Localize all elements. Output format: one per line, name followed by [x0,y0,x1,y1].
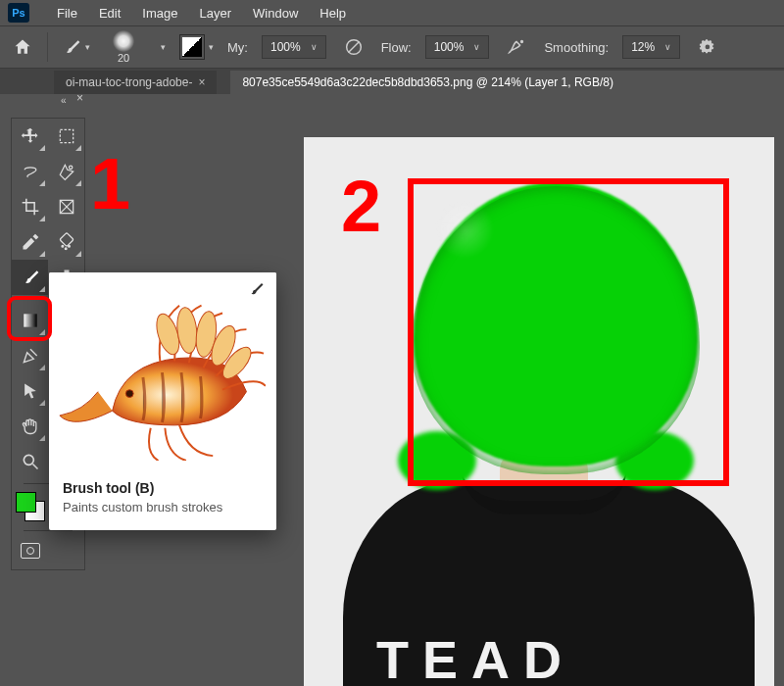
menu-help[interactable]: Help [319,6,346,21]
tooltip-preview [49,272,276,468]
chevron-down-icon: ▾ [209,42,214,52]
tooltip-desc: Paints custom brush strokes [63,500,263,514]
svg-point-6 [62,245,64,247]
lionfish-illustration [55,294,266,461]
smoothing-value[interactable]: 12% ∨ [622,35,680,59]
tab-label: oi-mau-toc-trong-adobe- [66,75,192,89]
flow-label: Flow: [381,40,412,55]
divider [47,32,48,62]
main-menu: File Edit Image Layer Window Help [57,6,346,21]
quick-mask-button[interactable] [12,534,48,567]
smoothing-text: 12% [631,40,655,54]
brush-tool[interactable] [12,260,48,295]
opacity-value[interactable]: 100% ∨ [262,35,326,59]
shirt-text: TEAD [376,629,575,686]
menu-image[interactable]: Image [142,6,177,21]
svg-point-10 [24,455,33,465]
tooltip-title: Brush tool (B) [63,480,263,496]
healing-tool[interactable] [48,224,84,260]
chevron-down-icon: ∨ [473,42,480,52]
mask-icon [21,543,40,559]
chevron-down-icon: ▾ [85,42,90,52]
opacity-label: My: [227,40,248,55]
svg-point-1 [521,41,523,43]
close-icon[interactable]: × [198,75,205,89]
flow-text: 100% [434,40,465,54]
gradient-tool[interactable] [12,303,48,338]
frame-tool[interactable] [48,189,84,224]
svg-point-3 [69,166,72,169]
annotation-2-rect [408,178,729,486]
svg-point-16 [125,390,133,398]
document-tabs: oi-mau-toc-trong-adobe- × 807e35ce5549d6… [0,69,784,94]
blend-swatch[interactable]: ▾ [179,32,214,62]
brush-size-preview[interactable]: 20 [104,30,143,64]
pressure-opacity-icon[interactable] [340,34,368,60]
marquee-tool[interactable] [48,119,84,154]
brush-settings-gear-icon[interactable] [694,34,721,60]
menu-edit[interactable]: Edit [99,6,121,21]
path-select-tool[interactable] [12,373,48,409]
chevron-down-icon: ∨ [664,42,671,52]
pen-tool[interactable] [12,338,48,373]
tab-inactive[interactable]: oi-mau-toc-trong-adobe- × [54,71,217,94]
eyedropper-tool[interactable] [12,224,48,260]
annotation-1-number: 1 [90,142,130,225]
brush-dot-icon [113,30,134,52]
opacity-text: 100% [270,40,301,54]
hand-tool[interactable] [12,409,48,444]
title-bar: Ps File Edit Image Layer Window Help [0,0,784,25]
svg-rect-2 [60,129,73,142]
crop-tool[interactable] [12,189,48,224]
tab-active[interactable]: 807e35ce5549d6a3c22dec5b8dbd3653.png @ 2… [230,71,784,94]
swatch-icon [179,34,205,60]
chevron-down-icon: ∨ [311,42,318,52]
smoothing-label: Smoothing: [544,40,609,55]
home-button[interactable] [12,32,33,62]
foreground-color-well[interactable] [16,492,36,513]
svg-point-8 [68,245,70,247]
options-bar: ▾ 20 ▾ ▾ My: 100% ∨ Flow: 100% ∨ Smoothi… [0,25,784,69]
quick-select-tool[interactable] [48,154,84,189]
brush-tooltip: Brush tool (B) Paints custom brush strok… [49,272,276,530]
airbrush-icon[interactable] [503,34,530,60]
menu-layer[interactable]: Layer [200,6,232,21]
move-tool[interactable] [12,119,48,154]
menu-window[interactable]: Window [253,6,298,21]
color-wells[interactable] [12,487,48,526]
flow-value[interactable]: 100% ∨ [425,35,490,59]
svg-point-7 [65,248,67,250]
svg-rect-9 [24,314,36,326]
current-tool-icon[interactable]: ▾ [62,32,90,62]
zoom-tool[interactable] [12,444,48,479]
tab-label: 807e35ce5549d6a3c22dec5b8dbd3653.png @ 2… [242,75,612,89]
svg-rect-5 [59,232,73,246]
lasso-tool[interactable] [12,154,48,189]
brush-size-value: 20 [118,52,129,64]
annotation-2-number: 2 [341,165,381,248]
tab-modified-star: « [61,95,67,106]
menu-file[interactable]: File [57,6,77,21]
app-badge: Ps [8,3,29,23]
chevron-down-icon[interactable]: ▾ [161,42,166,52]
